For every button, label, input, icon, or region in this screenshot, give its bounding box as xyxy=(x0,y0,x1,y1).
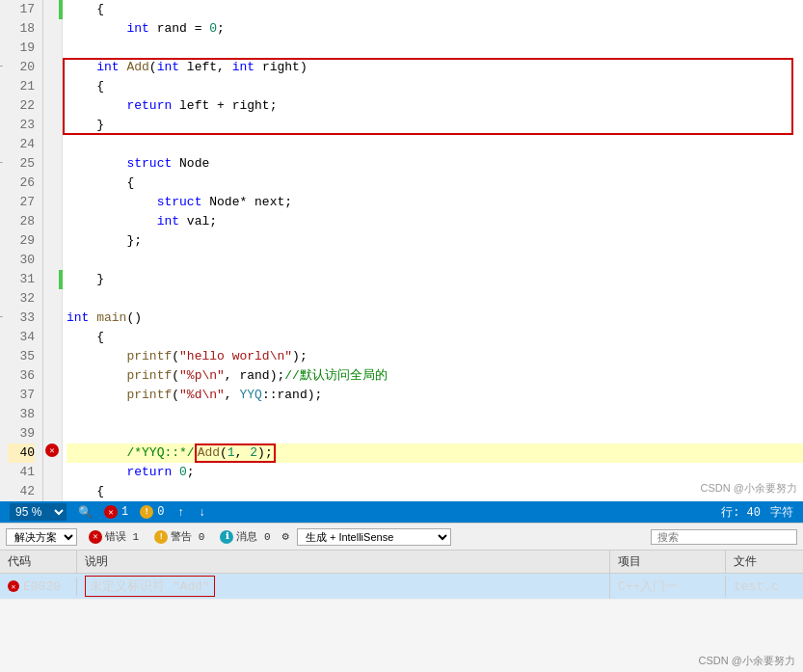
error-table-header: 代码 说明 项目 文件 xyxy=(0,551,803,574)
ln-41: 41 xyxy=(8,463,35,482)
error-panel-btn[interactable]: ✕ 错误 1 xyxy=(85,527,143,546)
code-line-35: printf("hello world\n"); xyxy=(67,347,803,366)
code-line-40: /*YYQ::*/Add(1, 2); xyxy=(67,444,803,463)
code-line-37: printf("%d\n", YYQ::rand); xyxy=(67,386,803,405)
collapse-25[interactable]: − xyxy=(0,154,6,174)
ln-34: 34 xyxy=(8,328,35,347)
code-line-41: return 0; xyxy=(67,463,803,482)
ln-37: 37 xyxy=(8,386,35,405)
code-line-28: int val; xyxy=(67,212,803,231)
ln-22: 22 xyxy=(8,96,35,116)
ln-17: 17 xyxy=(8,0,35,19)
warning-panel-btn[interactable]: ! 警告 0 xyxy=(150,527,208,546)
code-line-22: return left + right; xyxy=(67,96,803,116)
error-cell-file: test.c xyxy=(726,578,803,596)
code-line-26: { xyxy=(67,174,803,193)
info-panel-icon: ℹ xyxy=(220,530,233,544)
code-lines[interactable]: { int rand = 0; int Add(int left, int ri… xyxy=(63,0,803,501)
code-line-38 xyxy=(67,405,803,424)
info-panel-btn[interactable]: ℹ 消息 0 xyxy=(216,527,274,546)
ln-23: 23 xyxy=(8,116,35,135)
bottom-panel: 解决方案 ✕ 错误 1 ! 警告 0 ℹ 消息 0 ⚙ 生成 + Intelli… xyxy=(0,523,803,672)
ln-36: 36 xyxy=(8,366,35,386)
warning-status[interactable]: ! 0 xyxy=(140,505,164,519)
editor-container: 17 18 19 20 − 21 22 23 24 25 − 26 27 28 … xyxy=(0,0,803,672)
code-line-30 xyxy=(67,251,803,270)
code-line-23: } xyxy=(67,116,803,135)
watermark: CSDN @小余要努力 xyxy=(701,478,797,497)
code-line-17: { xyxy=(67,0,803,19)
collapse-20[interactable]: − xyxy=(0,58,6,77)
ln-25: 25 − xyxy=(8,154,35,174)
col-header-proj: 项目 xyxy=(610,551,726,573)
collapse-33[interactable]: − xyxy=(0,309,6,328)
warning-panel-label: 警告 0 xyxy=(171,529,204,544)
error-row-0[interactable]: ✕ E0020 未定义标识符 "Add" C++入门一 test.c xyxy=(0,574,803,600)
error-table-body: ✕ E0020 未定义标识符 "Add" C++入门一 test.c xyxy=(0,574,803,600)
ln-38: 38 xyxy=(8,405,35,424)
row-number: 行: 40 xyxy=(721,504,761,521)
code-line-21: { xyxy=(67,77,803,96)
ln-24: 24 xyxy=(8,135,35,154)
gutter: ✕ xyxy=(43,0,63,501)
zoom-select[interactable]: 95 % 100 % 75 % xyxy=(10,503,67,521)
code-line-18: int rand = 0; xyxy=(67,19,803,39)
code-line-31: } xyxy=(67,270,803,289)
error-circle-icon: ✕ xyxy=(104,505,118,519)
col-header-desc: 说明 xyxy=(77,551,610,573)
watermark-text: CSDN @小余要努力 xyxy=(699,654,795,668)
ln-35: 35 xyxy=(8,347,35,366)
error-status[interactable]: ✕ 1 xyxy=(104,505,128,519)
code-line-39 xyxy=(67,424,803,444)
editor-area: 17 18 19 20 − 21 22 23 24 25 − 26 27 28 … xyxy=(0,0,803,501)
code-line-27: struct Node* next; xyxy=(67,193,803,212)
error-panel-label: 错误 1 xyxy=(105,529,139,544)
ln-18: 18 xyxy=(8,19,35,39)
code-line-34: { xyxy=(67,328,803,347)
ln-21: 21 xyxy=(8,77,35,96)
panel-search-input[interactable] xyxy=(651,529,797,545)
ln-40: 40 xyxy=(8,444,35,463)
bottom-watermark: CSDN @小余要努力 xyxy=(0,600,803,672)
zoom-control[interactable]: 95 % 100 % 75 % xyxy=(10,503,67,521)
code-line-36: printf("%p\n", rand);//默认访问全局的 xyxy=(67,366,803,386)
code-container: 17 18 19 20 − 21 22 23 24 25 − 26 27 28 … xyxy=(0,0,803,501)
solution-select[interactable]: 解决方案 xyxy=(6,528,77,546)
code-line-19 xyxy=(67,39,803,58)
filter-icon[interactable]: ⚙ xyxy=(282,529,289,544)
ln-26: 26 xyxy=(8,174,35,193)
nav-down-button[interactable]: ↓ xyxy=(197,505,206,519)
error-count: 1 xyxy=(121,505,128,519)
status-bar: 95 % 100 % 75 % 🔍 ✕ 1 ! 0 ↑ ↓ 行: 40 字符 xyxy=(0,501,803,523)
panel-toolbar: 解决方案 ✕ 错误 1 ! 警告 0 ℹ 消息 0 ⚙ 生成 + Intelli… xyxy=(0,524,803,551)
warning-count: 0 xyxy=(157,505,164,519)
intellisense-icon: 🔍 xyxy=(78,505,93,520)
ln-30: 30 xyxy=(8,251,35,270)
error-description: 未定义标识符 "Add" xyxy=(85,576,215,597)
error-row-icon: ✕ xyxy=(8,580,19,592)
code-line-20: int Add(int left, int right) xyxy=(67,58,803,77)
warning-panel-icon: ! xyxy=(154,530,168,544)
ln-28: 28 xyxy=(8,212,35,231)
ln-20: 20 − xyxy=(8,58,35,77)
build-select[interactable]: 生成 + IntelliSense xyxy=(297,528,451,546)
error-cell-proj: C++入门一 xyxy=(610,576,726,597)
ln-42: 42 xyxy=(8,482,35,501)
ln-27: 27 xyxy=(8,193,35,212)
error-cell-desc: 未定义标识符 "Add" xyxy=(77,574,610,599)
nav-up-button[interactable]: ↑ xyxy=(175,505,185,519)
row-col-status: 行: 40 字符 xyxy=(721,504,793,521)
ln-33: 33 − xyxy=(8,309,35,328)
code-line-25: struct Node xyxy=(67,154,803,174)
col-header-file: 文件 xyxy=(726,551,803,573)
code-line-24 xyxy=(67,135,803,154)
ln-29: 29 xyxy=(8,231,35,251)
code-line-42: { xyxy=(67,482,803,501)
code-line-33: int main() xyxy=(67,309,803,328)
info-panel-label: 消息 0 xyxy=(236,529,270,544)
code-line-32 xyxy=(67,289,803,309)
error-marker-40: ✕ xyxy=(45,444,59,457)
ln-32: 32 xyxy=(8,289,35,309)
error-code-value: E0020 xyxy=(23,579,61,594)
col-label: 字符 xyxy=(770,504,793,521)
